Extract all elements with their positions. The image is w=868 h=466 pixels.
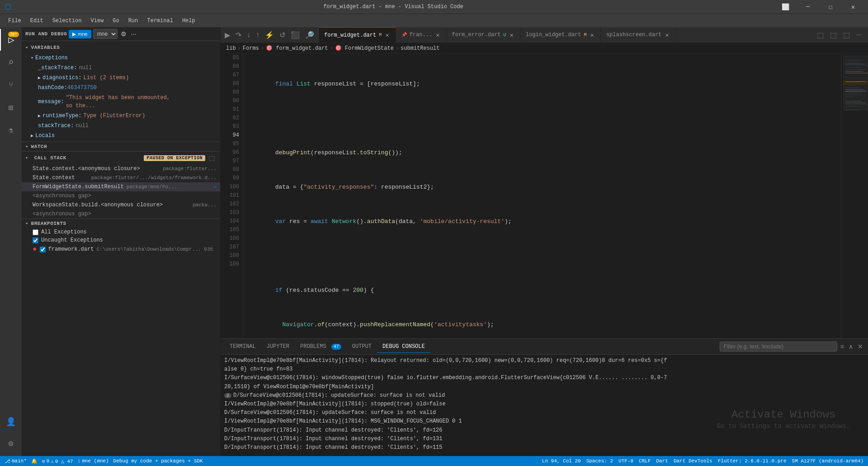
tab-login-widget[interactable]: login_widget.dart M ✕ [520, 27, 601, 43]
code-editor[interactable]: 85 86 87 88 89 90 91 92 93 94 95 96 97 9… [221, 54, 868, 338]
all-exceptions-breakpoint[interactable]: All Exceptions [22, 228, 220, 236]
menu-edit[interactable]: Edit [27, 16, 47, 26]
call-stack-item-2[interactable]: State.context package:flutter/.../widget… [22, 173, 220, 182]
status-branch[interactable]: ⎇ main* [5, 458, 27, 464]
tab-form-error[interactable]: form_error.dart U ✕ [447, 27, 520, 43]
tab-form-error-close[interactable]: ✕ [509, 30, 514, 40]
editor-split-right[interactable]: ⬚ [828, 29, 839, 41]
tab-splashscreen-close[interactable]: ✕ [664, 30, 670, 40]
accounts-activity-icon[interactable]: 👤 [0, 411, 22, 433]
tab-form-widget-close[interactable]: ✕ [384, 30, 390, 40]
extensions-activity-icon[interactable]: ⊞ [0, 97, 22, 119]
tab-login-widget-close[interactable]: ✕ [589, 30, 594, 40]
panel-maximize-button[interactable]: ∧ [847, 342, 854, 352]
editor-more[interactable]: ··· [854, 29, 864, 40]
menu-selection[interactable]: Selection [49, 16, 85, 26]
status-line-ending[interactable]: CRLF [639, 458, 651, 464]
panel-tab-terminal[interactable]: TERMINAL [224, 341, 261, 353]
runtime-type-var[interactable]: ▶ runtimeType : Type (FlutterError) [22, 111, 220, 121]
menu-terminal[interactable]: Terminal [143, 16, 177, 26]
status-debug-mode[interactable]: Debug my code + packages + SDK [113, 458, 203, 464]
call-stack-header[interactable]: ▾ CALL STACK Paused on exception ⬚ [22, 152, 220, 164]
step-out-button[interactable]: ↑ [254, 29, 262, 40]
settings-activity-icon[interactable]: ⚙ [0, 433, 22, 454]
status-errors[interactable]: ⊘ 0 ⚠ 0 △ 47 [42, 458, 73, 464]
status-language[interactable]: Dart [656, 458, 668, 464]
call-stack-item-1[interactable]: State.context.<anonymous closure> packag… [22, 164, 220, 173]
debug-settings-button[interactable]: ⚙ [119, 29, 128, 39]
panel-close-button[interactable]: ✕ [856, 342, 864, 352]
message-var[interactable]: message : "This widget has been unmounte… [22, 93, 220, 111]
variables-section-header[interactable]: ▾ VARIABLES [22, 43, 220, 52]
framework-checkbox[interactable] [40, 247, 46, 252]
stop-button[interactable]: ⬛ [288, 29, 302, 41]
debug-config-select[interactable]: mne [93, 29, 118, 39]
diagnostics-var[interactable]: ▶ diagnostics : List (2 items) [22, 73, 220, 83]
continue-button[interactable]: ▶ [222, 29, 232, 41]
menu-file[interactable]: File [5, 16, 25, 26]
search-activity-icon[interactable]: ⌕ [0, 52, 22, 73]
console-filter-mode-button[interactable]: ≡ [839, 342, 845, 352]
status-dart-devtools[interactable]: Dart DevTools [674, 458, 712, 464]
testing-activity-icon[interactable]: ⚗ [0, 119, 22, 141]
exceptions-group[interactable]: ▾ Exceptions [22, 53, 220, 63]
editor-split-left[interactable]: ⬚ [815, 29, 826, 41]
call-stack-item-3[interactable]: FormWidgetState.submitResult package:mne… [22, 182, 220, 191]
panel-tab-problems[interactable]: PROBLEMS 47 [295, 341, 347, 353]
maximize-button[interactable]: ☐ [820, 0, 841, 14]
menu-help[interactable]: Help [179, 16, 199, 26]
status-flutter-version[interactable]: Flutter: 2.6.0-11.0.pre [718, 458, 787, 464]
tab-fran[interactable]: 📌 fran... ✕ [396, 27, 447, 43]
all-exceptions-checkbox[interactable] [33, 229, 38, 235]
breakpoints-section-header[interactable]: ▾ BREAKPOINTS [22, 219, 220, 228]
call-stack-item-6[interactable]: <asynchronous gap> [22, 209, 220, 219]
status-device[interactable]: SM A127F (android-arm64) [792, 458, 863, 464]
call-stack-item-4[interactable]: <asynchronous gap> [22, 191, 220, 200]
tab-form-widget[interactable]: form_widget.dart M ✕ [319, 27, 396, 43]
status-sync[interactable]: 🔔 [31, 458, 38, 464]
debug-more-button[interactable]: ··· [130, 29, 138, 39]
status-debug-config[interactable]: ↕ mne (mne) [78, 458, 109, 464]
console-filter-input[interactable] [720, 342, 837, 352]
run-debug-activity-icon[interactable]: ▷ 3K+ [0, 29, 22, 51]
call-stack-action-button[interactable]: ⬚ [207, 153, 217, 162]
panel-tab-output[interactable]: OUTPUT [347, 341, 377, 353]
step-over-button[interactable]: ↷ [233, 29, 244, 41]
stack-frame-name-1: State.context.<anonymous closure> [33, 166, 140, 172]
stacktrace-var[interactable]: stackTrace : null [22, 121, 220, 131]
breadcrumb-class[interactable]: 🎯 FormWidgetState [335, 45, 394, 52]
uncaught-exceptions-breakpoint[interactable]: Uncaught Exceptions [22, 236, 220, 244]
run-play-button[interactable]: ▶ mne [69, 30, 91, 38]
restart-button[interactable]: ↺ [277, 29, 288, 41]
status-spaces[interactable]: Spaces: 2 [586, 458, 613, 464]
call-stack-item-5[interactable]: WorkspaceState.build.<anonymous closure>… [22, 200, 220, 209]
locals-group[interactable]: ▶ Locals [22, 131, 220, 141]
minimize-button[interactable]: ─ [797, 0, 818, 14]
stack-trace-var[interactable]: _stackTrace : null [22, 63, 220, 73]
menu-view[interactable]: View [87, 16, 107, 26]
framework-breakpoint[interactable]: ● framework.dart C:\Users\Tabitha\Downlo… [22, 244, 220, 254]
panel-tab-debug-console[interactable]: DEBUG CONSOLE [377, 341, 430, 353]
status-encoding[interactable]: UTF-8 [618, 458, 633, 464]
breadcrumb-forms[interactable]: Forms [243, 45, 259, 52]
watch-section-header[interactable]: ▾ WATCH [22, 142, 220, 151]
panel-tab-jupyter[interactable]: JUPYTER [261, 341, 295, 353]
hashcode-var[interactable]: hashCode : 463473750 [22, 83, 220, 93]
menu-run[interactable]: Run [125, 16, 142, 26]
status-cursor-position[interactable]: Ln 94, Col 20 [542, 458, 581, 464]
tab-splashscreen[interactable]: splashscreen.dart ✕ [601, 27, 676, 43]
window-controls-layout[interactable]: ⬜ [775, 0, 796, 14]
breadcrumb-lib[interactable]: lib [226, 45, 236, 52]
menu-go[interactable]: Go [109, 16, 123, 26]
tab-fran-close[interactable]: ✕ [435, 30, 440, 40]
source-control-activity-icon[interactable]: ⑂ [0, 74, 22, 96]
code-text-88: data = {"activity_responses": responseLi… [254, 183, 434, 191]
uncaught-exceptions-checkbox[interactable] [33, 238, 38, 243]
hot-reload-button[interactable]: ⚡ [263, 29, 276, 41]
breadcrumb-method[interactable]: submitResult [401, 45, 439, 52]
breadcrumb-file[interactable]: 🎯 form_widget.dart [266, 45, 328, 52]
close-button[interactable]: ✕ [843, 0, 863, 14]
inspect-button[interactable]: 🔎 [303, 29, 316, 41]
step-into-button[interactable]: ↓ [245, 29, 253, 40]
editor-layout[interactable]: ⬚ [841, 29, 852, 41]
